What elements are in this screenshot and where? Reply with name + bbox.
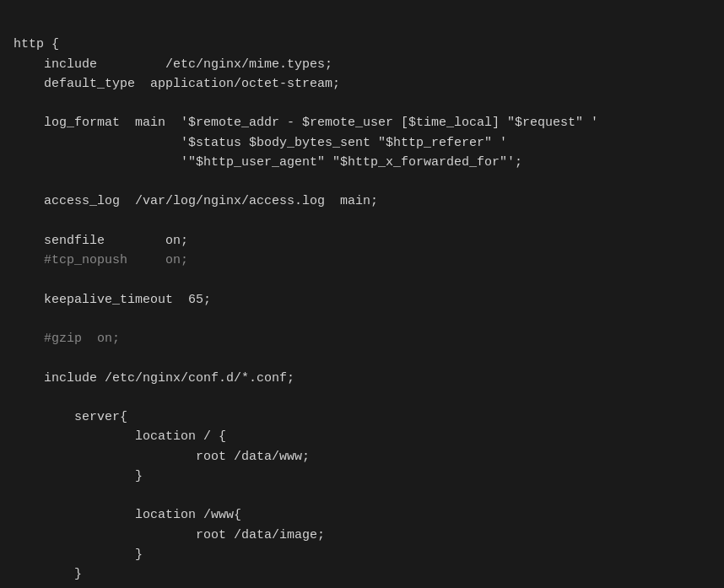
code-line: #gzip on; — [14, 329, 710, 348]
code-line — [14, 486, 710, 505]
code-line — [14, 212, 710, 231]
code-editor: http { include /etc/nginx/mime.types; de… — [0, 8, 724, 588]
code-line — [14, 270, 710, 289]
code-line: sendfile on; — [14, 231, 710, 251]
code-line: } — [14, 564, 710, 584]
code-line: location / { — [14, 427, 710, 446]
code-line — [14, 584, 710, 588]
code-line: keepalive_timeout 65; — [14, 290, 710, 310]
code-line: '$status $body_bytes_sent "$http_referer… — [14, 133, 710, 153]
code-line: '"$http_user_agent" "$http_x_forwarded_f… — [14, 153, 710, 172]
code-line — [14, 172, 710, 192]
code-line — [14, 388, 710, 407]
code-line: access_log /var/log/nginx/access.log mai… — [14, 192, 710, 211]
code-line: root /data/www; — [14, 447, 710, 467]
code-line: include /etc/nginx/mime.types; — [14, 55, 710, 74]
code-line: root /data/image; — [14, 526, 710, 545]
code-line: } — [14, 467, 710, 486]
code-line: location /www{ — [14, 505, 710, 525]
code-line — [14, 348, 710, 368]
code-line — [14, 310, 710, 329]
code-line: } — [14, 545, 710, 564]
code-line: #tcp_nopush on; — [14, 251, 710, 270]
code-line: server{ — [14, 407, 710, 427]
code-line: log_format main '$remote_addr - $remote_… — [14, 113, 710, 132]
code-line: http { — [14, 35, 710, 54]
code-line: default_type application/octet-stream; — [14, 74, 710, 94]
code-line: include /etc/nginx/conf.d/*.conf; — [14, 369, 710, 388]
code-line — [14, 94, 710, 113]
